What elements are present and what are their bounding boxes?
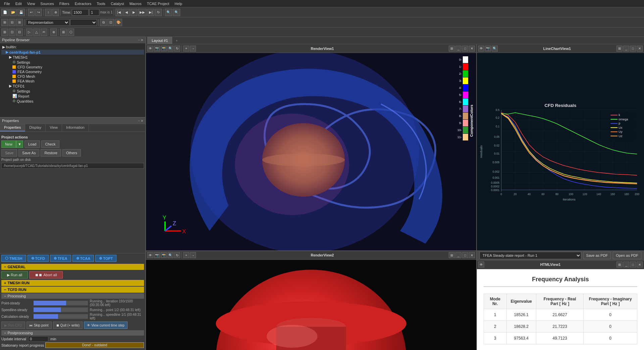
v1-ss-btn[interactable]: 📸 <box>161 46 167 52</box>
t3-btn8[interactable]: ⊞ <box>60 28 67 36</box>
general-bar[interactable]: − GENERAL <box>1 264 144 270</box>
tab-view[interactable]: View <box>46 124 62 131</box>
v2-close-btn[interactable]: ✕ <box>469 252 475 258</box>
tree-tmesh1[interactable]: ▶ TMESH1 <box>1 55 144 60</box>
tree-settings1[interactable]: ⚙ Settings <box>1 60 144 65</box>
tmesh-module-btn[interactable]: ⬡ TMESH <box>1 255 26 262</box>
check-btn[interactable]: Check <box>41 140 59 148</box>
open-as-pdf-btn[interactable]: Open as PDF <box>613 252 641 259</box>
html-max-btn[interactable]: □ <box>630 261 636 268</box>
v1-min-btn[interactable]: _ <box>455 46 461 52</box>
tree-quantities[interactable]: ⚙ Quantities <box>1 99 144 104</box>
v1-close-btn[interactable]: ✕ <box>469 46 475 52</box>
html-view-select[interactable]: TFEA Steady-state report - Run 1 <box>480 252 581 259</box>
v2-zoom-btn[interactable]: 🔍 <box>167 252 174 258</box>
html-layout-btn[interactable]: ⊞ <box>616 261 623 268</box>
props-close-btn[interactable]: ✕ <box>141 119 143 123</box>
v2-arrow-btn[interactable]: → <box>190 252 196 258</box>
props-minus-btn[interactable]: − <box>138 119 140 123</box>
restore-btn[interactable]: Restore <box>41 149 61 157</box>
colorby-select[interactable] <box>70 19 97 26</box>
menu-macros[interactable]: Macros <box>127 1 144 6</box>
open-file-btn[interactable]: 📂 <box>9 9 17 16</box>
tab-display[interactable]: Display <box>25 124 46 131</box>
redo-btn[interactable]: ↪ <box>35 9 42 16</box>
t3-btn6[interactable]: ✏ <box>41 28 47 36</box>
interact-btn[interactable]: ↕ <box>45 9 52 16</box>
postproc-bar[interactable]: − Postprocessing <box>1 330 144 336</box>
menu-edit[interactable]: Edit <box>13 1 24 6</box>
tree-fan[interactable]: ▶ centrifugal-fan-p1 <box>1 50 144 55</box>
tree-cfd-geo[interactable]: CFD Geometry <box>1 65 144 69</box>
tree-settings2[interactable]: ⚙ Settings <box>1 89 144 94</box>
menu-tools[interactable]: Tools <box>94 1 108 6</box>
load-btn[interactable]: Load <box>24 140 40 148</box>
select-btn[interactable]: ⊕ <box>52 9 59 16</box>
v1-cam-btn[interactable]: 📷 <box>154 46 160 52</box>
t3-btn4[interactable]: ▷ <box>26 28 33 36</box>
time-input[interactable] <box>72 9 89 16</box>
menu-help[interactable]: Help <box>172 1 185 6</box>
menu-file[interactable]: File <box>1 1 13 6</box>
v1-eye-btn[interactable]: 👁 <box>147 46 153 52</box>
menu-tcae[interactable]: TCAE Project <box>144 1 172 6</box>
v2-cam-btn[interactable]: 📷 <box>154 252 160 258</box>
add-layout-btn[interactable]: + <box>173 37 180 44</box>
t3-btn2[interactable]: ⊡ <box>9 28 15 36</box>
run-all-btn[interactable]: ▶ Run all <box>1 271 28 279</box>
tree-area[interactable]: ▶ builtin: ▶ centrifugal-fan-p1 ▶ TMESH1… <box>0 43 145 117</box>
pipeline-close-btn[interactable]: ✕ <box>141 38 143 42</box>
t2-btn2[interactable]: ⊟ <box>9 19 15 26</box>
chart-min-btn[interactable]: _ <box>623 46 629 52</box>
tree-report[interactable]: 📊 Report <box>1 94 144 99</box>
pipeline-minus-btn[interactable]: − <box>138 38 140 42</box>
processing-bar[interactable]: − Processing <box>1 293 144 299</box>
chart-eye-btn[interactable]: 👁 <box>478 46 484 52</box>
tfea-module-btn[interactable]: ⊕ TFEA <box>50 255 71 262</box>
chart-max-btn[interactable]: □ <box>630 46 636 52</box>
skip-point-btn[interactable]: ⏭ Skip point <box>27 322 52 329</box>
rescale-btn[interactable]: ⊡ <box>107 19 114 26</box>
representation-select[interactable]: Representation <box>26 19 69 26</box>
tree-fea-mesh[interactable]: FEA Mesh <box>1 79 144 83</box>
menu-view[interactable]: View <box>24 1 38 6</box>
next-frame-btn[interactable]: ▶▶ <box>138 9 147 16</box>
new-btn[interactable]: New <box>1 140 16 148</box>
menu-extractors[interactable]: Extractors <box>72 1 94 6</box>
menu-filters[interactable]: Filters <box>57 1 72 6</box>
first-frame-btn[interactable]: |◀ <box>115 9 122 16</box>
tmesh-run-bar[interactable]: + TMESH RUN <box>1 280 144 286</box>
tree-builtin[interactable]: ▶ builtin: <box>1 45 144 50</box>
v1-zoom-btn[interactable]: 🔍 <box>167 46 174 52</box>
render-view-1-content[interactable]: X Y Z 0- <box>146 53 476 250</box>
last-frame-btn[interactable]: ▶| <box>147 9 154 16</box>
chart-content[interactable]: CFD Residuals <box>477 53 644 250</box>
layout-tab[interactable]: Layout #1 <box>147 37 172 44</box>
chart-cam-btn[interactable]: 📷 <box>485 46 491 52</box>
t2-btn3[interactable]: ⊞ <box>16 19 23 26</box>
play-btn[interactable]: ▶ <box>131 9 137 16</box>
tree-fea-geo[interactable]: FEA Geometry <box>1 69 144 74</box>
save-as-pdf-btn[interactable]: Save as PDF <box>583 252 611 259</box>
html-min-btn[interactable]: _ <box>623 261 629 268</box>
prev-frame-btn[interactable]: ◀ <box>123 9 130 16</box>
undo-btn[interactable]: ↩ <box>28 9 35 16</box>
menu-catalyst[interactable]: Catalyst <box>108 1 127 6</box>
tree-cfd-mesh[interactable]: CFD Mesh <box>1 74 144 79</box>
v2-layout-btn[interactable]: ⊞ <box>449 252 455 258</box>
chart-close-btn[interactable]: ✕ <box>637 46 643 52</box>
loop-btn[interactable]: ↻ <box>155 9 162 16</box>
html-view-content[interactable]: Frequency Analysis Mode Nr. Eigenvalue F… <box>477 269 644 350</box>
zoom-in-btn[interactable]: 🔍 <box>165 9 172 16</box>
v2-plus-btn[interactable]: + <box>183 252 189 258</box>
menu-sources[interactable]: Sources <box>38 1 56 6</box>
tree-tcfd1[interactable]: ▶ TCFD1 <box>1 83 144 89</box>
save-btn[interactable]: Save <box>1 149 17 157</box>
v2-min-btn[interactable]: _ <box>455 252 461 258</box>
edit-colormap-btn[interactable]: 🎨 <box>115 19 122 26</box>
save-as-btn[interactable]: Save As <box>18 149 39 157</box>
chart-layout-btn[interactable]: ⊞ <box>616 46 623 52</box>
topt-module-btn[interactable]: ⊕ TOPT <box>95 255 116 262</box>
v1-layout-btn[interactable]: ⊞ <box>449 46 455 52</box>
v2-max-btn[interactable]: □ <box>462 252 468 258</box>
